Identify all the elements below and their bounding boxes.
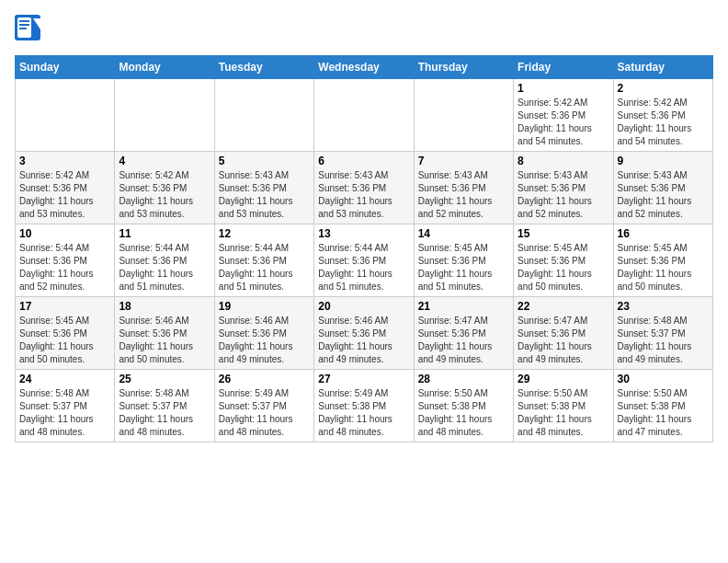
calendar-day: 15Sunrise: 5:45 AM Sunset: 5:36 PM Dayli… <box>514 224 613 297</box>
day-number: 5 <box>219 155 310 167</box>
calendar-week-3: 10Sunrise: 5:44 AM Sunset: 5:36 PM Dayli… <box>16 224 713 297</box>
column-header-wednesday: Wednesday <box>314 56 414 79</box>
column-header-monday: Monday <box>115 56 214 79</box>
column-header-tuesday: Tuesday <box>214 56 313 79</box>
day-number: 26 <box>219 373 310 385</box>
day-number: 21 <box>418 300 509 313</box>
day-number: 29 <box>518 373 609 385</box>
day-info: Sunrise: 5:47 AM Sunset: 5:36 PM Dayligh… <box>518 315 609 366</box>
day-number: 13 <box>318 227 409 240</box>
calendar-day: 30Sunrise: 5:50 AM Sunset: 5:38 PM Dayli… <box>613 370 712 442</box>
day-info: Sunrise: 5:46 AM Sunset: 5:36 PM Dayligh… <box>219 315 310 366</box>
calendar-day: 27Sunrise: 5:49 AM Sunset: 5:38 PM Dayli… <box>314 370 414 442</box>
day-info: Sunrise: 5:44 AM Sunset: 5:36 PM Dayligh… <box>219 242 310 293</box>
day-number: 24 <box>19 373 110 385</box>
day-number: 19 <box>219 300 310 313</box>
day-info: Sunrise: 5:49 AM Sunset: 5:37 PM Dayligh… <box>219 387 310 439</box>
day-info: Sunrise: 5:43 AM Sunset: 5:36 PM Dayligh… <box>219 169 310 221</box>
calendar-day <box>16 79 115 152</box>
day-info: Sunrise: 5:47 AM Sunset: 5:36 PM Dayligh… <box>418 315 509 366</box>
calendar-week-1: 1Sunrise: 5:42 AM Sunset: 5:36 PM Daylig… <box>16 79 713 152</box>
calendar-day: 20Sunrise: 5:46 AM Sunset: 5:36 PM Dayli… <box>314 297 414 370</box>
page-header <box>15 15 713 48</box>
calendar-day: 18Sunrise: 5:46 AM Sunset: 5:36 PM Dayli… <box>115 297 214 370</box>
day-info: Sunrise: 5:50 AM Sunset: 5:38 PM Dayligh… <box>518 387 609 439</box>
day-info: Sunrise: 5:50 AM Sunset: 5:38 PM Dayligh… <box>418 387 509 439</box>
day-number: 9 <box>618 155 709 167</box>
calendar-day: 4Sunrise: 5:42 AM Sunset: 5:36 PM Daylig… <box>115 152 214 224</box>
day-number: 27 <box>318 373 409 385</box>
column-header-saturday: Saturday <box>613 56 712 79</box>
day-info: Sunrise: 5:42 AM Sunset: 5:36 PM Dayligh… <box>518 97 609 148</box>
calendar-day: 16Sunrise: 5:45 AM Sunset: 5:36 PM Dayli… <box>613 224 712 297</box>
day-info: Sunrise: 5:43 AM Sunset: 5:36 PM Dayligh… <box>318 169 409 221</box>
day-info: Sunrise: 5:44 AM Sunset: 5:36 PM Dayligh… <box>119 242 210 293</box>
calendar-week-5: 24Sunrise: 5:48 AM Sunset: 5:37 PM Dayli… <box>16 370 713 442</box>
day-number: 7 <box>418 155 509 167</box>
calendar-day: 14Sunrise: 5:45 AM Sunset: 5:36 PM Dayli… <box>414 224 513 297</box>
day-info: Sunrise: 5:46 AM Sunset: 5:36 PM Dayligh… <box>119 315 210 366</box>
calendar-day: 12Sunrise: 5:44 AM Sunset: 5:36 PM Dayli… <box>214 224 313 297</box>
calendar-day <box>214 79 313 152</box>
calendar-day: 24Sunrise: 5:48 AM Sunset: 5:37 PM Dayli… <box>16 370 115 442</box>
calendar-day: 2Sunrise: 5:42 AM Sunset: 5:36 PM Daylig… <box>613 79 712 152</box>
day-number: 16 <box>618 227 709 240</box>
calendar-day: 22Sunrise: 5:47 AM Sunset: 5:36 PM Dayli… <box>514 297 613 370</box>
calendar-day: 28Sunrise: 5:50 AM Sunset: 5:38 PM Dayli… <box>414 370 513 442</box>
calendar-day: 1Sunrise: 5:42 AM Sunset: 5:36 PM Daylig… <box>514 79 613 152</box>
calendar-day: 11Sunrise: 5:44 AM Sunset: 5:36 PM Dayli… <box>115 224 214 297</box>
day-number: 10 <box>19 227 110 240</box>
day-info: Sunrise: 5:44 AM Sunset: 5:36 PM Dayligh… <box>19 242 110 293</box>
day-number: 1 <box>518 82 609 95</box>
calendar-day: 6Sunrise: 5:43 AM Sunset: 5:36 PM Daylig… <box>314 152 414 224</box>
day-number: 15 <box>518 227 609 240</box>
calendar-day <box>314 79 414 152</box>
calendar-day: 13Sunrise: 5:44 AM Sunset: 5:36 PM Dayli… <box>314 224 414 297</box>
day-info: Sunrise: 5:45 AM Sunset: 5:36 PM Dayligh… <box>518 242 609 293</box>
day-number: 25 <box>119 373 210 385</box>
day-number: 8 <box>518 155 609 167</box>
calendar-day: 5Sunrise: 5:43 AM Sunset: 5:36 PM Daylig… <box>214 152 313 224</box>
day-number: 28 <box>418 373 509 385</box>
calendar-header-row: SundayMondayTuesdayWednesdayThursdayFrid… <box>16 56 713 79</box>
day-info: Sunrise: 5:42 AM Sunset: 5:36 PM Dayligh… <box>119 169 210 221</box>
column-header-friday: Friday <box>514 56 613 79</box>
day-info: Sunrise: 5:42 AM Sunset: 5:36 PM Dayligh… <box>19 169 110 221</box>
day-number: 23 <box>618 300 709 313</box>
day-number: 30 <box>618 373 709 385</box>
day-info: Sunrise: 5:42 AM Sunset: 5:36 PM Dayligh… <box>618 97 709 148</box>
day-info: Sunrise: 5:48 AM Sunset: 5:37 PM Dayligh… <box>618 315 709 366</box>
calendar-day: 17Sunrise: 5:45 AM Sunset: 5:36 PM Dayli… <box>16 297 115 370</box>
day-info: Sunrise: 5:43 AM Sunset: 5:36 PM Dayligh… <box>518 169 609 221</box>
calendar-day: 25Sunrise: 5:48 AM Sunset: 5:37 PM Dayli… <box>115 370 214 442</box>
calendar-day: 21Sunrise: 5:47 AM Sunset: 5:36 PM Dayli… <box>414 297 513 370</box>
calendar-day: 9Sunrise: 5:43 AM Sunset: 5:36 PM Daylig… <box>613 152 712 224</box>
svg-rect-5 <box>19 28 27 29</box>
column-header-sunday: Sunday <box>16 56 115 79</box>
day-number: 2 <box>618 82 709 95</box>
day-number: 18 <box>119 300 210 313</box>
day-info: Sunrise: 5:44 AM Sunset: 5:36 PM Dayligh… <box>318 242 409 293</box>
calendar-week-2: 3Sunrise: 5:42 AM Sunset: 5:36 PM Daylig… <box>16 152 713 224</box>
day-number: 4 <box>119 155 210 167</box>
svg-rect-4 <box>19 24 29 26</box>
day-number: 22 <box>518 300 609 313</box>
logo-icon <box>15 15 42 48</box>
day-number: 3 <box>19 155 110 167</box>
day-info: Sunrise: 5:45 AM Sunset: 5:36 PM Dayligh… <box>418 242 509 293</box>
calendar-day <box>414 79 513 152</box>
day-number: 17 <box>19 300 110 313</box>
calendar-day: 19Sunrise: 5:46 AM Sunset: 5:36 PM Dayli… <box>214 297 313 370</box>
day-info: Sunrise: 5:46 AM Sunset: 5:36 PM Dayligh… <box>318 315 409 366</box>
day-info: Sunrise: 5:43 AM Sunset: 5:36 PM Dayligh… <box>418 169 509 221</box>
svg-rect-3 <box>19 20 29 22</box>
day-number: 6 <box>318 155 409 167</box>
calendar-day: 23Sunrise: 5:48 AM Sunset: 5:37 PM Dayli… <box>613 297 712 370</box>
day-number: 12 <box>219 227 310 240</box>
day-info: Sunrise: 5:45 AM Sunset: 5:36 PM Dayligh… <box>19 315 110 366</box>
day-number: 14 <box>418 227 509 240</box>
calendar-day <box>115 79 214 152</box>
day-info: Sunrise: 5:43 AM Sunset: 5:36 PM Dayligh… <box>618 169 709 221</box>
calendar-day: 8Sunrise: 5:43 AM Sunset: 5:36 PM Daylig… <box>514 152 613 224</box>
day-info: Sunrise: 5:45 AM Sunset: 5:36 PM Dayligh… <box>618 242 709 293</box>
